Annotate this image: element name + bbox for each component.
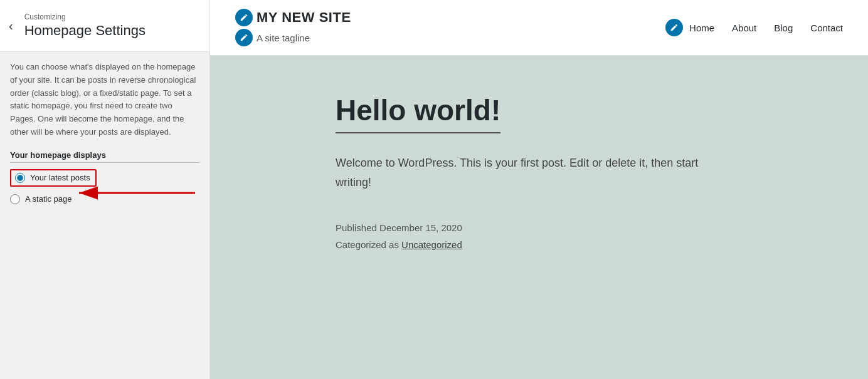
post-title: Hello world! xyxy=(336,93,500,133)
edit-site-title-button[interactable] xyxy=(235,9,253,26)
site-tagline-row: A site tagline xyxy=(235,29,351,46)
section-label: Your homepage displays xyxy=(10,150,199,163)
nav-about[interactable]: About xyxy=(732,23,756,33)
nav-home[interactable]: Home xyxy=(689,23,714,33)
preview-panel: MY NEW SITE A site tagline Home About Bl… xyxy=(210,0,868,379)
post-meta: Published December 15, 2020 Categorized … xyxy=(336,219,818,253)
categorized-text: Categorized as Uncategorized xyxy=(336,236,818,253)
edit-nav-button[interactable] xyxy=(665,19,683,36)
post-body: Welcome to WordPress. This is your first… xyxy=(336,153,699,192)
category-link[interactable]: Uncategorized xyxy=(401,239,462,250)
pencil-icon-nav xyxy=(670,23,679,32)
radio-static-input[interactable] xyxy=(10,194,20,204)
edit-tagline-button[interactable] xyxy=(235,29,253,46)
description-text: You can choose what's displayed on the h… xyxy=(10,61,199,139)
nav-contact[interactable]: Contact xyxy=(810,23,843,33)
back-button[interactable]: ‹ xyxy=(6,17,18,34)
site-branding: MY NEW SITE A site tagline xyxy=(235,9,351,46)
sidebar-body: You can choose what's displayed on the h… xyxy=(0,52,209,379)
radio-latest-highlighted: Your latest posts xyxy=(10,169,97,187)
nav-menu: Home About Blog Contact xyxy=(665,19,843,36)
published-text: Published December 15, 2020 xyxy=(336,219,818,236)
radio-latest-label: Your latest posts xyxy=(30,173,90,182)
nav-blog[interactable]: Blog xyxy=(774,23,793,33)
site-tagline-text: A site tagline xyxy=(257,33,310,43)
preview-content: Hello world! Welcome to WordPress. This … xyxy=(210,56,868,291)
customizing-label: Customizing xyxy=(24,13,146,21)
site-title-text: MY NEW SITE xyxy=(257,9,351,26)
pencil-icon-tagline xyxy=(240,33,248,42)
preview-header: MY NEW SITE A site tagline Home About Bl… xyxy=(210,0,868,56)
radio-latest-option[interactable]: Your latest posts xyxy=(10,169,199,187)
radio-latest-input[interactable] xyxy=(15,173,25,183)
pencil-icon xyxy=(240,13,248,22)
page-title: Homepage Settings xyxy=(24,23,146,39)
nav-links: Home About Blog Contact xyxy=(689,23,843,33)
site-title-row: MY NEW SITE xyxy=(235,9,351,26)
radio-static-option[interactable]: A static page xyxy=(10,194,199,204)
sidebar-header: ‹ Customizing Homepage Settings xyxy=(0,0,209,52)
radio-static-label: A static page xyxy=(25,194,71,204)
header-text: Customizing Homepage Settings xyxy=(24,13,146,39)
sidebar-panel: ‹ Customizing Homepage Settings You can … xyxy=(0,0,210,379)
